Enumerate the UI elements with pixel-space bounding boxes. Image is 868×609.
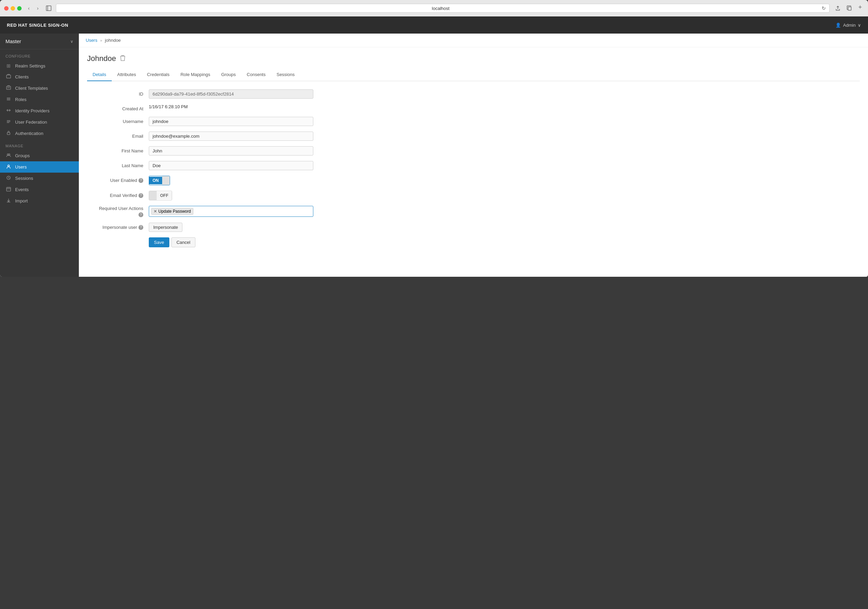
realm-selector[interactable]: Master ∨ bbox=[0, 34, 79, 49]
form-action-buttons: Save Cancel bbox=[149, 237, 313, 247]
clients-icon bbox=[6, 74, 12, 80]
page-content: Johndoe Details Attributes Credentials R… bbox=[79, 47, 868, 277]
form-row-id: ID bbox=[87, 90, 860, 99]
tab-sessions[interactable]: Sessions bbox=[271, 68, 300, 81]
sidebar-item-events[interactable]: Events bbox=[0, 184, 79, 195]
impersonate-button[interactable]: Impersonate bbox=[149, 223, 182, 232]
sidebar-item-sessions[interactable]: Sessions bbox=[0, 173, 79, 184]
browser-toolbar: ‹ › localhost ↻ + bbox=[4, 3, 864, 17]
toggle-off-label: OFF bbox=[157, 192, 172, 199]
app-wrapper: RED HAT SINGLE SIGN-ON 👤 Admin ∨ Master … bbox=[0, 17, 868, 277]
sidebar: Master ∨ Configure ⊞ Realm Settings Clie… bbox=[0, 34, 79, 277]
groups-icon bbox=[6, 153, 12, 159]
tab-consents[interactable]: Consents bbox=[241, 68, 271, 81]
email-verified-help-icon[interactable]: ? bbox=[138, 193, 143, 198]
svg-rect-17 bbox=[6, 187, 11, 191]
sidebar-item-user-federation[interactable]: User Federation bbox=[0, 116, 79, 128]
breadcrumb: Users » johndoe bbox=[79, 34, 868, 47]
user-menu-chevron: ∨ bbox=[858, 23, 861, 28]
toggle-on[interactable]: ON bbox=[149, 176, 170, 185]
save-button[interactable]: Save bbox=[149, 237, 169, 247]
required-actions-input[interactable]: ✕ Update Password bbox=[149, 206, 313, 217]
realm-chevron-icon: ∨ bbox=[70, 39, 73, 44]
user-menu[interactable]: 👤 Admin ∨ bbox=[835, 23, 861, 28]
user-details-form: ID Created At 1/16/17 6:28:10 PM bbox=[87, 90, 860, 247]
toggle-off[interactable]: OFF bbox=[149, 191, 172, 200]
form-row-impersonate: Impersonate user ? Impersonate bbox=[87, 223, 860, 232]
update-password-tag: ✕ Update Password bbox=[151, 208, 193, 215]
email-verified-label-text: Email Verified bbox=[110, 193, 137, 198]
sidebar-item-import[interactable]: Import bbox=[0, 195, 79, 207]
delete-user-icon[interactable] bbox=[120, 55, 126, 62]
breadcrumb-separator: » bbox=[100, 39, 102, 42]
email-field-wrap bbox=[149, 131, 313, 141]
user-icon: 👤 bbox=[835, 23, 841, 28]
last-name-field[interactable] bbox=[149, 161, 313, 170]
user-enabled-label: User Enabled ? bbox=[87, 176, 149, 183]
nav-buttons: ‹ › bbox=[25, 5, 42, 12]
sidebar-item-roles[interactable]: Roles bbox=[0, 94, 79, 105]
maximize-button[interactable] bbox=[17, 6, 22, 11]
app-body: Master ∨ Configure ⊞ Realm Settings Clie… bbox=[0, 34, 868, 277]
required-actions-help-icon[interactable]: ? bbox=[138, 212, 143, 217]
username-field-wrap bbox=[149, 117, 313, 126]
new-tab-button[interactable]: + bbox=[856, 3, 864, 11]
authentication-icon bbox=[6, 130, 12, 136]
impersonate-label: Impersonate user ? bbox=[87, 223, 149, 230]
user-enabled-label-text: User Enabled bbox=[110, 178, 137, 183]
sidebar-item-client-templates[interactable]: Client Templates bbox=[0, 82, 79, 94]
tab-attributes[interactable]: Attributes bbox=[112, 68, 142, 81]
email-verified-toggle[interactable]: OFF bbox=[149, 191, 313, 200]
duplicate-button[interactable] bbox=[845, 3, 854, 13]
sidebar-item-label: Identity Providers bbox=[15, 108, 50, 113]
sidebar-item-label: Groups bbox=[15, 153, 30, 158]
id-label: ID bbox=[87, 90, 149, 97]
back-button[interactable]: ‹ bbox=[25, 5, 33, 12]
tabs: Details Attributes Credentials Role Mapp… bbox=[87, 68, 860, 81]
forward-button[interactable]: › bbox=[34, 5, 42, 12]
user-enabled-help-icon[interactable]: ? bbox=[138, 178, 143, 183]
user-enabled-toggle[interactable]: ON bbox=[149, 176, 313, 185]
form-row-user-enabled: User Enabled ? ON bbox=[87, 176, 860, 185]
sidebar-item-realm-settings[interactable]: ⊞ Realm Settings bbox=[0, 60, 79, 71]
sidebar-item-label: Events bbox=[15, 187, 29, 192]
tab-details[interactable]: Details bbox=[87, 68, 112, 81]
email-field[interactable] bbox=[149, 131, 313, 141]
tab-credentials[interactable]: Credentials bbox=[142, 68, 175, 81]
minimize-button[interactable] bbox=[11, 6, 15, 11]
sidebar-item-label: Roles bbox=[15, 97, 26, 102]
last-name-field-wrap bbox=[149, 161, 313, 170]
impersonate-help-icon[interactable]: ? bbox=[138, 225, 143, 230]
page-title: Johndoe bbox=[87, 54, 116, 63]
tab-role-mappings[interactable]: Role Mappings bbox=[175, 68, 215, 81]
created-at-wrap: 1/16/17 6:28:10 PM bbox=[149, 104, 313, 109]
sidebar-item-clients[interactable]: Clients bbox=[0, 71, 79, 82]
last-name-label: Last Name bbox=[87, 161, 149, 168]
cancel-button[interactable]: Cancel bbox=[171, 237, 195, 247]
page-title-row: Johndoe bbox=[87, 54, 860, 63]
sidebar-item-users[interactable]: Users bbox=[0, 161, 79, 173]
configure-section-label: Configure bbox=[0, 49, 79, 60]
close-button[interactable] bbox=[4, 6, 9, 11]
toggle-off-thumb bbox=[149, 191, 157, 200]
sidebar-item-identity-providers[interactable]: Identity Providers bbox=[0, 105, 79, 116]
roles-icon bbox=[6, 97, 12, 102]
address-bar[interactable]: localhost ↻ bbox=[56, 4, 829, 13]
share-button[interactable] bbox=[833, 3, 843, 13]
tag-remove-button[interactable]: ✕ bbox=[153, 209, 157, 214]
tab-groups[interactable]: Groups bbox=[215, 68, 241, 81]
first-name-field[interactable] bbox=[149, 146, 313, 156]
app-header: RED HAT SINGLE SIGN-ON 👤 Admin ∨ bbox=[0, 17, 868, 34]
sidebar-item-groups[interactable]: Groups bbox=[0, 150, 79, 161]
username-field[interactable] bbox=[149, 117, 313, 126]
breadcrumb-users-link[interactable]: Users bbox=[86, 38, 98, 43]
sidebar-item-authentication[interactable]: Authentication bbox=[0, 128, 79, 139]
app-logo: RED HAT SINGLE SIGN-ON bbox=[7, 23, 68, 28]
id-field-wrap bbox=[149, 90, 313, 99]
sidebar-toggle-button[interactable] bbox=[45, 5, 53, 12]
realm-name: Master bbox=[6, 39, 21, 44]
toggle-thumb bbox=[162, 176, 170, 185]
form-row-email-verified: Email Verified ? OFF bbox=[87, 191, 860, 200]
first-name-field-wrap bbox=[149, 146, 313, 156]
reload-button[interactable]: ↻ bbox=[822, 6, 826, 11]
